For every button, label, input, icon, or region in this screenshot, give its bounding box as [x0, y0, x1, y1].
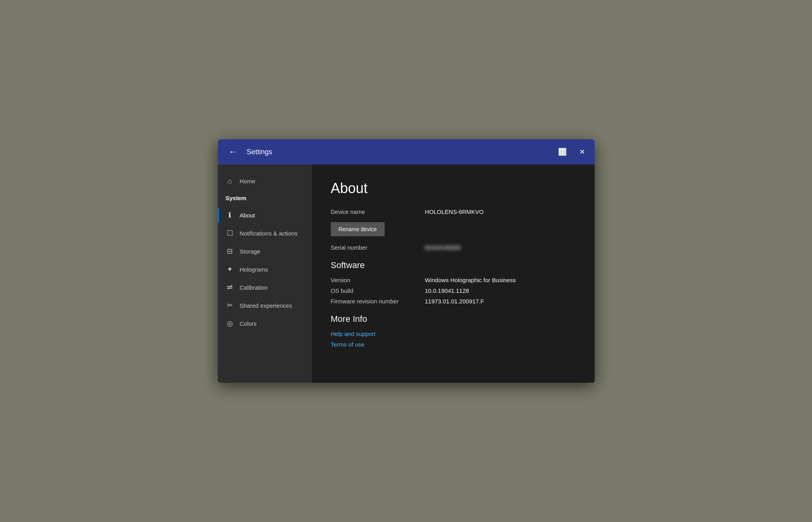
sidebar-item-calibration[interactable]: ⇌ Calibration — [218, 278, 312, 296]
colors-icon: ◎ — [226, 319, 234, 328]
page-title: About — [331, 180, 576, 197]
titlebar: ← Settings ⬜ ✕ — [218, 139, 595, 164]
rename-device-button[interactable]: Rename device — [331, 222, 385, 236]
settings-window: ← Settings ⬜ ✕ ⌂ Home System ℹ About ☐ N… — [218, 139, 595, 383]
software-section-title: Software — [331, 260, 576, 270]
content-area: ⌂ Home System ℹ About ☐ Notifications & … — [218, 164, 595, 383]
main-content: About Device name HOLOLENS-6RMKVO Rename… — [312, 164, 595, 383]
sidebar-item-about-label: About — [240, 212, 255, 219]
firmware-row: Firmware revision number 11973.01.01.200… — [331, 298, 576, 305]
sidebar-item-calibration-label: Calibration — [240, 284, 268, 291]
version-row: Version Windows Holographic for Business — [331, 277, 576, 283]
sidebar-item-holograms[interactable]: ✦ Holograms — [218, 260, 312, 278]
titlebar-controls: ⬜ ✕ — [557, 147, 587, 157]
notifications-icon: ☐ — [226, 229, 234, 237]
more-info-title: More Info — [331, 314, 576, 324]
sidebar-item-storage[interactable]: ⊟ Storage — [218, 242, 312, 260]
device-name-label: Device name — [331, 208, 425, 215]
sidebar: ⌂ Home System ℹ About ☐ Notifications & … — [218, 164, 312, 383]
serial-number-row: Serial number 00429190065 — [331, 244, 576, 251]
terms-of-use-link[interactable]: Terms of use — [331, 341, 576, 348]
device-name-row: Device name HOLOLENS-6RMKVO — [331, 208, 576, 215]
titlebar-title: Settings — [247, 148, 550, 156]
shared-icon: ✂ — [226, 301, 234, 310]
sidebar-item-colors[interactable]: ◎ Colors — [218, 314, 312, 332]
storage-icon: ⊟ — [226, 247, 234, 256]
system-label: System — [226, 195, 246, 201]
calibration-icon: ⇌ — [226, 283, 234, 292]
help-and-support-link[interactable]: Help and support — [331, 330, 576, 337]
sidebar-item-home[interactable]: ⌂ Home — [218, 172, 312, 190]
sidebar-item-notifications[interactable]: ☐ Notifications & actions — [218, 224, 312, 242]
sidebar-item-notifications-label: Notifications & actions — [240, 230, 298, 237]
sidebar-item-colors-label: Colors — [240, 320, 257, 327]
home-icon: ⌂ — [226, 177, 234, 185]
sidebar-item-storage-label: Storage — [240, 248, 261, 255]
window-icon-button[interactable]: ⬜ — [557, 147, 568, 157]
os-build-value: 10.0.19041.1128 — [425, 287, 469, 294]
holograms-icon: ✦ — [226, 265, 234, 274]
device-name-value: HOLOLENS-6RMKVO — [425, 208, 484, 215]
back-button[interactable]: ← — [226, 146, 241, 158]
sidebar-item-holograms-label: Holograms — [240, 266, 268, 273]
sidebar-item-shared-label: Shared experiences — [240, 302, 292, 309]
about-icon: ℹ — [226, 211, 234, 219]
close-button[interactable]: ✕ — [578, 147, 587, 157]
version-label: Version — [331, 277, 425, 283]
sidebar-item-home-label: Home — [240, 178, 255, 184]
sidebar-section-system: System — [218, 190, 312, 206]
sidebar-item-shared[interactable]: ✂ Shared experiences — [218, 296, 312, 314]
serial-number-label: Serial number — [331, 244, 425, 251]
sidebar-item-about[interactable]: ℹ About — [218, 206, 312, 224]
firmware-value: 11973.01.01.200917.F — [425, 298, 484, 305]
version-value: Windows Holographic for Business — [425, 277, 516, 283]
firmware-label: Firmware revision number — [331, 298, 425, 305]
serial-number-value: 00429190065 — [425, 244, 461, 251]
os-build-label: OS build — [331, 287, 425, 294]
os-build-row: OS build 10.0.19041.1128 — [331, 287, 576, 294]
